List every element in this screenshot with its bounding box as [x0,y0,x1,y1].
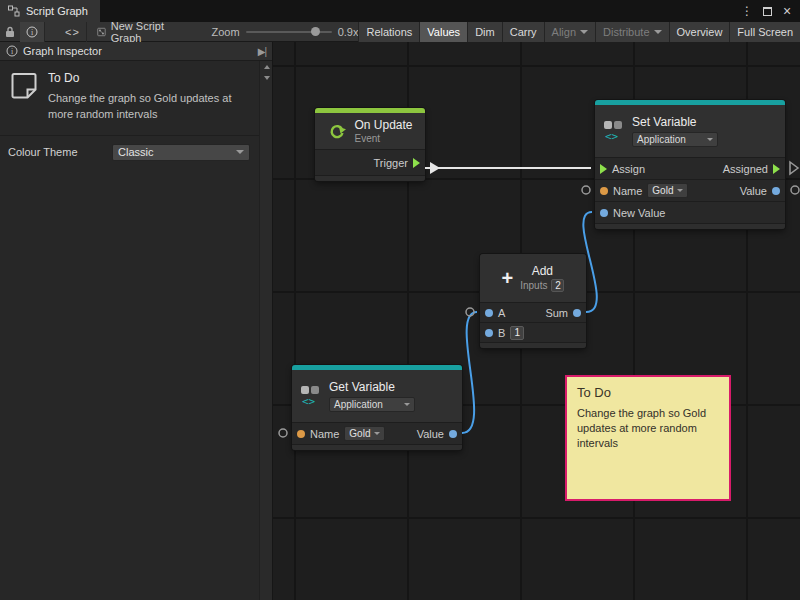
add-row-a: A Sum [480,302,586,322]
node-footer [595,223,785,229]
graph-inspector-header: i Graph Inspector ▶| [0,42,272,61]
new-value-row: New Value [595,201,785,223]
graph-canvas[interactable]: On Update Event Trigger <> S [273,42,800,600]
a-input-port[interactable] [485,309,493,317]
value-label: Value [417,428,444,440]
code-view-button[interactable]: <> [59,22,87,42]
chevron-down-icon [580,30,588,34]
plus-icon: + [502,270,514,286]
note-title: To Do [48,71,248,85]
variable-name-dropdown[interactable]: Gold [344,426,385,441]
graph-name: New Script Graph [87,20,186,44]
set-variable-title: Set Variable [632,115,718,129]
value-output-port[interactable] [449,430,457,438]
chevron-down-icon [677,189,683,192]
unconnected-port-circle[interactable] [582,186,590,194]
tab-script-graph[interactable]: Script Graph [0,0,100,22]
node-on-update[interactable]: On Update Event Trigger [315,108,425,181]
add-subtitle: Inputs [520,280,547,291]
new-value-label: New Value [613,207,665,219]
inspector-scrollbar[interactable] [259,61,272,600]
align-button[interactable]: Align [544,22,595,42]
value-label: Value [740,185,767,197]
set-variable-header[interactable]: <> Set Variable Application [595,105,785,157]
relations-button[interactable]: Relations [358,22,419,42]
overview-button[interactable]: Overview [669,22,730,42]
colour-theme-value: Classic [118,146,153,158]
assign-label: Assign [612,163,645,175]
values-button[interactable]: Values [419,22,467,42]
zoom-control: Zoom 0.9x [212,26,359,38]
colour-theme-row: Colour Theme Classic [0,136,272,169]
sticky-note-body: Change the graph so Gold updates at more… [577,406,719,451]
svg-text:i: i [31,28,34,37]
on-update-subtitle: Event [354,133,412,144]
node-footer [315,175,425,181]
window-menu-icon[interactable]: ⋮ [738,2,756,20]
tab-label: Script Graph [26,5,88,17]
svg-text:i: i [11,47,14,56]
get-variable-header[interactable]: <> Get Variable Application [292,370,462,422]
carry-button[interactable]: Carry [502,22,544,42]
assigned-outer-arrow[interactable] [790,162,798,174]
node-footer [292,444,462,450]
get-variable-scope-dropdown[interactable]: Application [329,397,415,412]
window-controls: ⋮ × [738,0,800,22]
name-input-port[interactable] [297,430,305,438]
trigger-output-port[interactable] [413,158,420,168]
inspector-note-text: To Do Change the graph so Gold updates a… [48,71,248,123]
on-update-header[interactable]: On Update Event [315,113,425,149]
chevron-down-icon [654,30,662,34]
set-variable-scope-dropdown[interactable]: Application [632,132,718,147]
node-get-variable[interactable]: <> Get Variable Application Name Gold [292,365,462,450]
scroll-up-icon[interactable] [260,61,273,72]
unconnected-port-circle[interactable] [466,308,474,316]
lock-icon[interactable] [0,22,20,42]
add-input-count[interactable]: 2 [551,279,564,292]
dim-button[interactable]: Dim [467,22,502,42]
trigger-label: Trigger [374,157,408,169]
scroll-down-icon[interactable] [260,72,273,83]
assign-input-port[interactable] [600,164,607,174]
add-row-b: B 1 [480,322,586,342]
assigned-output-port[interactable] [773,164,780,174]
inspector-title: Graph Inspector [23,45,102,57]
node-set-variable[interactable]: <> Set Variable Application Assign Assig… [595,100,785,229]
fullscreen-button[interactable]: Full Screen [729,22,800,42]
sticky-note[interactable]: To Do Change the graph so Gold updates a… [565,375,731,501]
inspect-toggle-button[interactable]: i [20,22,45,42]
new-value-input-port[interactable] [600,209,608,217]
b-value-field[interactable]: 1 [510,326,524,340]
unconnected-port-circle[interactable] [279,429,287,437]
chevron-down-icon [236,150,244,154]
maximize-icon[interactable] [758,2,776,20]
svg-text:<>: <> [302,395,316,407]
zoom-slider[interactable] [246,31,332,33]
unconnected-port-circle[interactable] [791,186,799,194]
add-header[interactable]: + Add Inputs 2 [480,254,586,302]
node-footer [480,342,586,348]
node-add[interactable]: + Add Inputs 2 A Sum B 1 [480,254,586,348]
b-input-port[interactable] [485,329,493,337]
b-label: B [498,327,505,339]
colour-theme-label: Colour Theme [8,146,104,158]
sticky-note-title: To Do [577,385,719,400]
close-icon[interactable]: × [778,2,796,20]
wire-arrowhead [430,162,440,174]
value-output-port[interactable] [772,187,780,195]
inspector-note-section: To Do Change the graph so Gold updates a… [0,61,272,136]
wire-getvalue-to-a [462,312,477,433]
script-graph-icon [8,5,20,17]
on-update-title: On Update [354,118,412,132]
variable-name-dropdown[interactable]: Gold [647,183,688,198]
name-input-port[interactable] [600,187,608,195]
add-title: Add [520,264,564,278]
dock-icon[interactable]: ▶| [258,46,266,57]
note-body: Change the graph so Gold updates at more… [48,91,248,123]
zoom-slider-knob[interactable] [311,27,320,36]
distribute-button[interactable]: Distribute [595,22,668,42]
name-row: Name Gold Value [595,179,785,201]
colour-theme-dropdown[interactable]: Classic [112,144,250,161]
zoom-label: Zoom [212,26,240,38]
sum-output-port[interactable] [573,309,581,317]
